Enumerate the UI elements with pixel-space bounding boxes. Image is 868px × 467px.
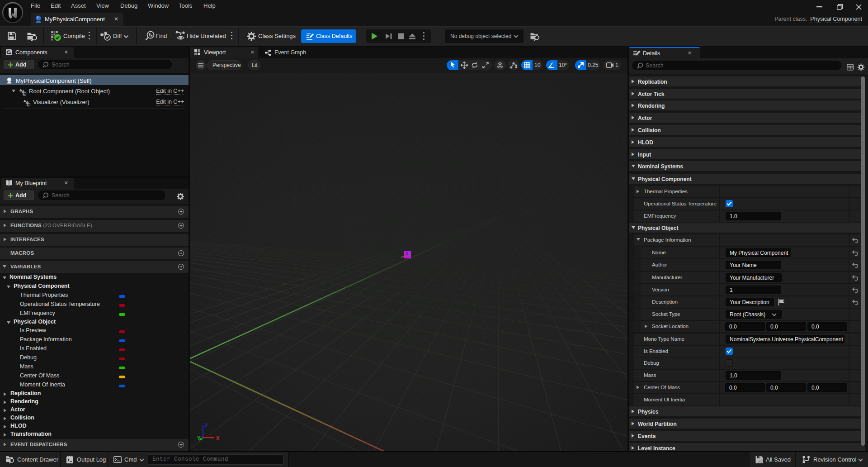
svg-text:Z: Z <box>205 423 208 428</box>
svg-text:Y: Y <box>197 435 201 441</box>
svg-text:X: X <box>216 435 220 441</box>
